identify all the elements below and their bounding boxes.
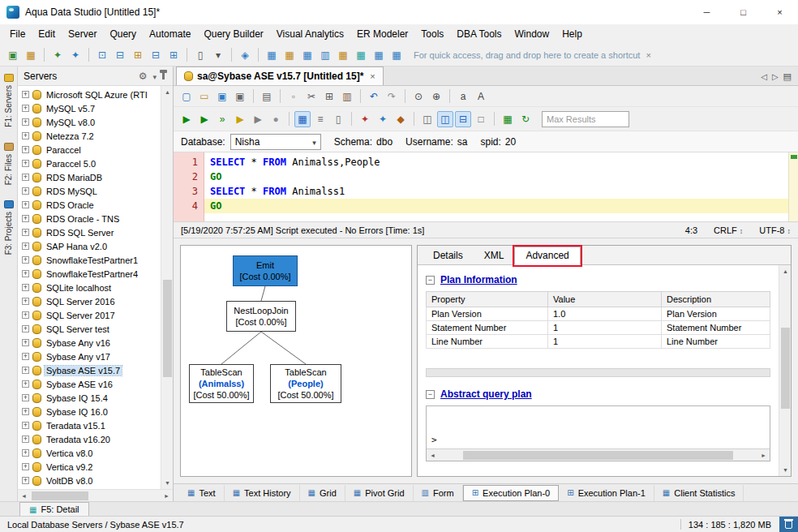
chart-view-icon[interactable]: ▦ — [335, 47, 351, 63]
details-tab-details[interactable]: Details — [423, 247, 474, 264]
tree-horizontal-scrollbar[interactable] — [18, 489, 173, 501]
panel-settings-icon[interactable] — [139, 71, 148, 82]
grid-yellow-icon[interactable]: ▦ — [281, 47, 298, 63]
collapse-icon[interactable] — [426, 390, 435, 399]
tree-item-snowflaketestpartner4[interactable]: SnowflakeTestPartner4 — [18, 267, 161, 281]
tree-item-sqlite-localhost[interactable]: SQLite localhost — [18, 281, 161, 294]
tree-item-teradata-v15-1[interactable]: Teradata v15.1 — [18, 418, 161, 432]
scrollbar-track[interactable] — [30, 490, 161, 501]
scrollbar-thumb[interactable] — [32, 491, 88, 500]
tree-item-netezza-7-2[interactable]: Netezza 7.2 — [18, 129, 161, 143]
tree-item-sql-server-test[interactable]: SQL Server test — [18, 322, 161, 336]
menu-item-visual-analytics[interactable]: Visual Analytics — [270, 26, 350, 42]
tree-item-paraccel-5-0[interactable]: Paraccel 5.0 — [18, 157, 161, 170]
tree-expander-icon[interactable] — [22, 174, 29, 181]
new-document-icon[interactable]: ▯ — [192, 47, 208, 63]
menu-item-tools[interactable]: Tools — [414, 26, 450, 42]
report-icon[interactable]: ▦ — [371, 47, 387, 63]
garbage-collect-button[interactable] — [779, 517, 798, 532]
tree-item-voltdb-v8-0[interactable]: VoltDB v8.0 — [18, 474, 161, 487]
result-tab-pivot-grid[interactable]: ▦Pivot Grid — [345, 485, 414, 501]
tree-expander-icon[interactable] — [22, 353, 29, 360]
dashboard-icon[interactable]: ▦ — [353, 47, 369, 63]
tree-item-sybase-any-v17[interactable]: Sybase Any v17 — [18, 350, 161, 363]
grid-options-icon[interactable]: ▦ — [500, 111, 516, 127]
pivot-grid-icon[interactable]: ▦ — [299, 47, 315, 63]
tree-expander-icon[interactable] — [22, 449, 29, 457]
tree-item-sybase-ase-v16[interactable]: Sybase ASE v16 — [18, 377, 161, 391]
format-sql-icon[interactable]: ✦ — [357, 111, 373, 127]
plan-information-title[interactable]: Plan Information — [440, 274, 517, 285]
tree-item-teradata-v16-20[interactable]: Teradata v16.20 — [18, 432, 161, 446]
tree-item-mysql-v8-0[interactable]: MySQL v8.0 — [18, 115, 161, 129]
result-tab-text-history[interactable]: ▦Text History — [225, 485, 300, 501]
refresh-icon[interactable]: ↻ — [517, 111, 534, 127]
undo-icon[interactable]: ↶ — [366, 88, 382, 105]
server-wizard-icon[interactable]: ✦ — [49, 47, 66, 63]
plan-node-tablescan-people[interactable]: TableScan(People)[Cost 50.00%] — [270, 364, 341, 403]
redo-icon[interactable]: ↷ — [384, 88, 400, 105]
new-document-dropdown-icon[interactable]: ▾ — [210, 47, 226, 63]
side-tab-f3-projects[interactable]: F3: Projects — [4, 196, 14, 266]
tree-item-vertica-v8-0[interactable]: Vertica v8.0 — [18, 446, 161, 460]
hint-close-icon[interactable]: × — [646, 50, 650, 60]
tree-vertical-scrollbar[interactable] — [161, 86, 173, 489]
plan-node-emit[interactable]: Emit[Cost 0.00%] — [233, 255, 298, 286]
new-file-icon[interactable]: ▢ — [178, 88, 195, 105]
tree-expander-icon[interactable] — [22, 118, 29, 126]
table-scrollbar[interactable] — [426, 368, 770, 377]
editor-code[interactable]: SELECT * FROM Animalss,PeopleGOSELECT * … — [204, 152, 788, 221]
tree-expander-icon[interactable] — [22, 394, 29, 401]
discover-servers-icon[interactable]: ✦ — [67, 47, 84, 63]
paste-icon[interactable]: ▥ — [339, 88, 355, 105]
table-row[interactable]: Plan Version1.0Plan Version — [427, 307, 770, 321]
tree-expander-icon[interactable] — [22, 256, 29, 264]
query-analyzer-history-icon[interactable]: ⊞ — [165, 47, 182, 63]
code-line[interactable]: SELECT * FROM Animalss1 — [204, 184, 788, 199]
tree-expander-icon[interactable] — [22, 284, 29, 291]
tree-expander-icon[interactable] — [22, 311, 29, 319]
code-line[interactable]: SELECT * FROM Animalss,People — [204, 155, 788, 169]
menu-item-server[interactable]: Server — [62, 26, 103, 42]
menu-item-er-modeler[interactable]: ER Modeler — [350, 26, 414, 42]
tree-item-rds-oracle[interactable]: RDS Oracle — [18, 198, 161, 212]
database-select[interactable]: Nisha — [230, 134, 321, 150]
open-file-icon[interactable]: ▭ — [196, 88, 212, 105]
tree-item-microsoft-sql-azure-rti[interactable]: Microsoft SQL Azure (RTI — [18, 88, 161, 101]
tab-nav-back-icon[interactable] — [761, 71, 767, 82]
tree-item-sybase-any-v16[interactable]: Sybase Any v16 — [18, 336, 161, 350]
query-analyzer-text-icon[interactable]: ⊞ — [130, 47, 146, 63]
tree-expander-icon[interactable] — [22, 187, 29, 195]
side-tab-f2-files[interactable]: F2: Files — [4, 139, 14, 196]
tree-item-sybase-iq-16-0[interactable]: Sybase IQ 16.0 — [18, 405, 161, 418]
tree-expander-icon[interactable] — [22, 229, 29, 236]
query-analyzer-grid-icon[interactable]: ⊟ — [112, 47, 128, 63]
grid-results-icon[interactable]: ▦ — [264, 47, 280, 63]
tree-expander-icon[interactable] — [22, 105, 29, 112]
menu-item-file[interactable]: File — [3, 26, 32, 42]
results-file-mode-icon[interactable]: ▯ — [330, 111, 346, 127]
menu-item-window[interactable]: Window — [508, 26, 556, 42]
tree-item-mysql-v5-7[interactable]: MySQL v5.7 — [18, 101, 161, 115]
details-vertical-scrollbar[interactable] — [779, 265, 791, 476]
tree-expander-icon[interactable] — [22, 215, 29, 222]
scroll-down-icon[interactable] — [779, 464, 792, 476]
tree-expander-icon[interactable] — [22, 160, 29, 167]
scroll-down-icon[interactable] — [161, 477, 174, 489]
result-tab-execution-plan-0[interactable]: ⊞Execution Plan-0 — [463, 485, 560, 501]
tab-nav-forward-icon[interactable] — [772, 71, 779, 82]
result-tab-form[interactable]: ▥Form — [414, 485, 463, 501]
table-row[interactable]: Statement Number1Statement Number — [427, 321, 770, 335]
result-tab-text[interactable]: ▦Text — [179, 485, 225, 501]
form-view-icon[interactable]: ▥ — [317, 47, 333, 63]
execute-batch-icon[interactable]: ▶ — [196, 111, 212, 127]
results-layout-icon[interactable]: □ — [473, 111, 489, 127]
side-tab-f1-servers[interactable]: F1: Servers — [4, 70, 14, 139]
table-row[interactable]: Line Number1Line Number — [427, 335, 770, 349]
format-options-icon[interactable]: ✦ — [375, 111, 391, 127]
code-line[interactable]: GO — [204, 199, 788, 213]
new-server-group-icon[interactable]: ▦ — [23, 47, 39, 63]
scrollbar-thumb[interactable] — [463, 451, 733, 460]
pin-icon[interactable] — [162, 72, 165, 79]
find-next-icon[interactable]: ⊕ — [428, 88, 444, 105]
